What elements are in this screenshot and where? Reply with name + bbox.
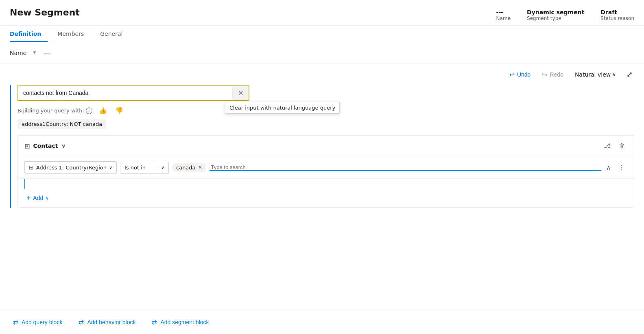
toolbar: ↩ Undo ↪ Redo Natural view ∨ ⤢: [0, 64, 644, 85]
filter-row-actions: ∧ ⋮: [605, 162, 627, 173]
status-value: Draft: [600, 9, 617, 15]
building-label: Building your query with: i: [17, 108, 92, 114]
delete-button[interactable]: 🗑: [616, 141, 627, 151]
add-condition-button[interactable]: + Add ∨: [24, 193, 51, 203]
page-header: New Segment --- Name Dynamic segment Seg…: [0, 0, 644, 26]
nl-clear-button[interactable]: ✕: [232, 86, 249, 100]
filter-row: ⊞ Address 1: Country/Region ∨ Is not in …: [18, 156, 634, 179]
header-name-label: Name: [496, 15, 511, 21]
thumbs-down-button[interactable]: 👎: [114, 106, 125, 115]
header-name: --- Name: [496, 9, 511, 21]
contact-actions: ⎇ 🗑: [601, 141, 627, 151]
status-label: Status reason: [600, 15, 634, 21]
contact-title-label: Contact: [33, 143, 58, 149]
tabs: Definition Members General: [0, 26, 644, 42]
field-selector-chevron: ∨: [109, 165, 112, 170]
value-remove-button[interactable]: ✕: [198, 165, 202, 170]
thumbs-up-button[interactable]: 👍: [97, 106, 109, 115]
tab-definition[interactable]: Definition: [10, 26, 48, 42]
main-content: ✕ Clear input with natural language quer…: [0, 85, 644, 208]
contact-block-header: ⊡ Contact ∨ ⎇ 🗑: [18, 136, 634, 156]
undo-icon: ↩: [509, 71, 515, 79]
redo-label: Redo: [550, 71, 563, 78]
view-chevron-icon: ∨: [612, 72, 616, 77]
chevron-up-icon: ∧: [606, 164, 611, 171]
add-chevron-icon: ∨: [46, 196, 49, 201]
query-tag: address1Country: NOT canada: [17, 119, 106, 129]
name-row: Name * ---: [0, 42, 644, 64]
add-row: + Add ∨: [18, 189, 634, 207]
nl-query-input[interactable]: [18, 86, 232, 100]
redo-button[interactable]: ↪ Redo: [539, 69, 565, 80]
expand-button[interactable]: ⤢: [625, 68, 634, 81]
thumbs-down-icon: 👎: [115, 107, 123, 114]
share-button[interactable]: ⎇: [601, 141, 613, 151]
operator-selector[interactable]: Is not in ∨: [120, 162, 169, 174]
field-selector-icon: ⊞: [29, 164, 34, 171]
value-tag: canada ✕: [172, 163, 206, 172]
delete-icon: 🗑: [619, 142, 625, 149]
search-input[interactable]: [210, 164, 601, 171]
header-meta: --- Name Dynamic segment Segment type Dr…: [496, 7, 634, 21]
name-field-value: ---: [44, 50, 50, 56]
close-icon: ✕: [238, 89, 243, 97]
header-status: Draft Status reason: [600, 9, 634, 21]
add-label: Add: [33, 195, 43, 201]
segment-type-value: Dynamic segment: [527, 9, 584, 15]
info-icon[interactable]: i: [86, 108, 92, 114]
more-icon: ⋮: [618, 164, 625, 171]
nl-clear-tooltip: Clear input with natural language query: [225, 102, 340, 114]
contact-title[interactable]: ⊡ Contact ∨: [24, 142, 66, 150]
page-title: New Segment: [10, 7, 80, 18]
segment-type-label: Segment type: [527, 15, 561, 21]
share-icon: ⎇: [604, 142, 611, 149]
undo-label: Undo: [517, 71, 530, 78]
cursor-line: [24, 179, 627, 189]
collapse-button[interactable]: ∧: [605, 162, 613, 173]
redo-icon: ↪: [542, 71, 547, 79]
required-marker: *: [33, 50, 36, 56]
field-selector-label: Address 1: Country/Region: [36, 165, 107, 171]
thumbs-up-icon: 👍: [99, 107, 107, 114]
more-options-button[interactable]: ⋮: [616, 162, 627, 173]
contact-block-icon: ⊡: [24, 142, 30, 150]
expand-icon: ⤢: [627, 70, 633, 79]
contact-block: ⊡ Contact ∨ ⎇ 🗑 ⊞ Address 1: Coun: [17, 135, 634, 208]
header-name-value: ---: [496, 9, 503, 15]
operator-chevron: ∨: [161, 165, 164, 170]
operator-label: Is not in: [124, 165, 146, 171]
tab-members[interactable]: Members: [56, 26, 90, 42]
contact-chevron-icon: ∨: [61, 143, 65, 149]
query-tag-value: address1Country: NOT canada: [22, 121, 102, 127]
field-selector[interactable]: ⊞ Address 1: Country/Region ∨: [24, 161, 117, 174]
value-tag-text: canada: [176, 165, 196, 171]
nl-query-box: ✕: [17, 85, 249, 101]
view-label: Natural view: [575, 71, 611, 78]
header-segment-type: Dynamic segment Segment type: [527, 9, 584, 21]
nl-query-container: ✕ Clear input with natural language quer…: [17, 85, 634, 101]
view-selector[interactable]: Natural view ∨: [572, 70, 618, 79]
segment-section: ✕ Clear input with natural language quer…: [10, 85, 634, 208]
plus-icon: +: [27, 194, 31, 202]
tab-general[interactable]: General: [98, 26, 129, 42]
undo-button[interactable]: ↩ Undo: [507, 69, 533, 80]
name-field-label: Name: [10, 50, 26, 56]
